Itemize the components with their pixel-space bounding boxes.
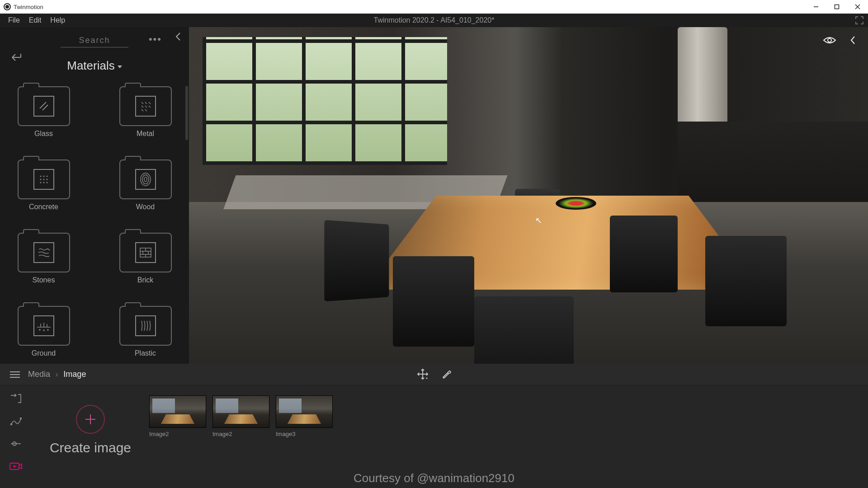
app-name: Twinmotion <box>14 4 43 10</box>
window-maximize-button[interactable] <box>826 0 847 14</box>
create-image-button[interactable] <box>76 405 105 434</box>
path-icon[interactable] <box>9 416 22 426</box>
svg-point-14 <box>40 176 41 177</box>
courtesy-text: Courtesy of @wanimation2910 <box>354 471 514 485</box>
folder-glass[interactable]: Glass <box>11 86 76 138</box>
folder-brick[interactable]: Brick <box>113 233 178 284</box>
window-titlebar: Twinmotion <box>0 0 868 14</box>
svg-point-18 <box>43 179 44 180</box>
thumb-preview <box>149 395 206 428</box>
create-image-label: Create image <box>50 440 131 455</box>
svg-line-13 <box>145 109 147 111</box>
svg-point-39 <box>47 329 48 330</box>
folder-label: Plastic <box>135 349 156 357</box>
svg-point-15 <box>43 176 44 177</box>
viewport-3d[interactable]: ↖ <box>189 27 868 364</box>
svg-rect-1 <box>835 5 839 9</box>
folder-label: Wood <box>136 203 155 211</box>
chevron-right-icon: › <box>56 371 58 379</box>
library-panel: ••• Materials Glass <box>0 27 189 364</box>
breadcrumb-root[interactable]: Media <box>28 370 50 379</box>
svg-point-24 <box>142 175 149 184</box>
image-thumb[interactable]: Image2 <box>212 395 269 488</box>
breadcrumb-current[interactable]: Image <box>63 370 86 379</box>
svg-line-11 <box>149 106 151 108</box>
more-options-icon[interactable]: ••• <box>149 33 162 45</box>
folder-wood[interactable]: Wood <box>113 160 178 211</box>
visibility-eye-icon[interactable] <box>823 36 836 45</box>
category-dropdown[interactable]: Materials <box>0 59 189 73</box>
import-icon[interactable] <box>9 394 22 404</box>
svg-line-7 <box>145 102 147 104</box>
image-thumb[interactable]: Image3 <box>276 395 333 488</box>
nav-up-icon[interactable] <box>11 52 23 62</box>
plastic-icon <box>135 315 156 336</box>
brick-icon <box>135 242 156 263</box>
folder-ground[interactable]: Ground <box>11 306 76 357</box>
thumb-label: Image2 <box>149 431 206 437</box>
svg-point-22 <box>46 182 47 183</box>
svg-point-43 <box>426 378 428 379</box>
svg-line-10 <box>145 106 147 108</box>
category-label: Materials <box>67 59 114 73</box>
folder-label: Metal <box>137 130 154 138</box>
svg-line-8 <box>149 102 151 104</box>
image-thumb[interactable]: Image2 <box>149 395 206 488</box>
search-input[interactable] <box>61 36 128 47</box>
collapse-right-panel-icon[interactable] <box>850 35 856 45</box>
concrete-icon <box>33 169 54 190</box>
svg-rect-45 <box>20 418 22 419</box>
svg-point-23 <box>144 177 147 182</box>
ground-icon <box>33 315 54 336</box>
menu-file[interactable]: File <box>4 14 24 27</box>
menu-bar: File Edit Help Twinmotion 2020.2 - AI54_… <box>0 14 868 27</box>
thumb-label: Image2 <box>212 431 269 437</box>
svg-line-9 <box>142 106 143 108</box>
folder-concrete[interactable]: Concrete <box>11 160 76 211</box>
wood-icon <box>135 169 156 190</box>
folder-label: Stones <box>33 276 55 284</box>
thumb-preview <box>212 395 269 428</box>
collapse-panel-icon[interactable] <box>175 32 182 42</box>
slider-icon[interactable] <box>9 439 22 449</box>
move-tool-icon[interactable] <box>417 368 429 380</box>
svg-line-6 <box>142 102 143 104</box>
breadcrumb: Media › Image <box>28 370 86 379</box>
image-thumbnails: Image2 Image2 Image3 <box>149 385 333 488</box>
menu-edit[interactable]: Edit <box>24 14 46 27</box>
dock-menu-icon[interactable] <box>10 371 20 378</box>
svg-point-16 <box>46 176 47 177</box>
folder-label: Concrete <box>29 203 58 211</box>
movie-icon[interactable] <box>9 461 22 471</box>
chevron-down-icon <box>118 66 122 68</box>
cursor-icon: ↖ <box>535 216 542 225</box>
svg-point-19 <box>46 179 47 180</box>
folder-label: Glass <box>34 130 53 138</box>
render-scene: ↖ <box>189 27 868 364</box>
svg-line-12 <box>142 109 143 111</box>
material-folder-grid: Glass Metal Concrete <box>0 73 189 364</box>
folder-stones[interactable]: Stones <box>11 233 76 284</box>
svg-point-20 <box>40 182 41 183</box>
eyedropper-tool-icon[interactable] <box>441 369 451 379</box>
expand-fullscreen-icon[interactable] <box>855 16 863 24</box>
svg-point-21 <box>43 182 44 183</box>
svg-point-37 <box>39 329 40 330</box>
dock-side-tabs <box>0 385 32 488</box>
folder-plastic[interactable]: Plastic <box>113 306 178 357</box>
metal-icon <box>135 96 156 117</box>
window-close-button[interactable] <box>847 0 868 14</box>
menu-help[interactable]: Help <box>46 14 70 27</box>
app-logo-icon <box>4 3 11 10</box>
library-scrollbar[interactable] <box>185 86 188 140</box>
folder-metal[interactable]: Metal <box>113 86 178 138</box>
glass-icon <box>33 96 54 117</box>
window-minimize-button[interactable] <box>806 0 826 14</box>
folder-label: Brick <box>137 276 154 284</box>
svg-rect-44 <box>10 423 12 425</box>
svg-point-17 <box>40 179 41 180</box>
svg-line-5 <box>42 105 48 110</box>
svg-point-38 <box>43 330 44 331</box>
stones-icon <box>33 242 54 263</box>
document-title: Twinmotion 2020.2 - AI54_010_2020* <box>374 16 495 24</box>
